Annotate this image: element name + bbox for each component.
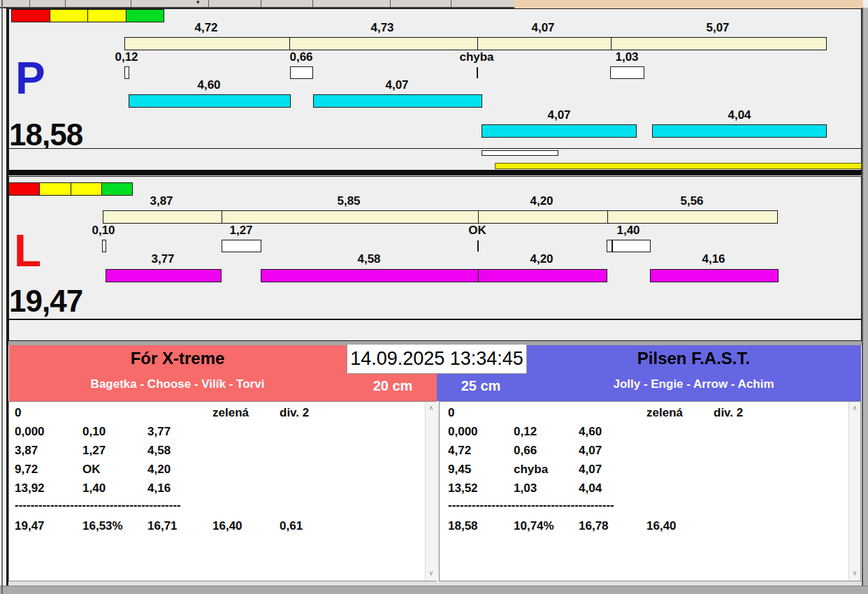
toolbar-divider bbox=[312, 0, 313, 7]
l-reaction-label: 0,10 bbox=[72, 224, 135, 237]
p-reaction-label: 0,66 bbox=[270, 51, 333, 64]
toolbar-divider bbox=[261, 0, 261, 7]
table-cell: 4,20 bbox=[147, 463, 171, 477]
right-table-scrollbar[interactable]: ∧ ∨ bbox=[848, 402, 860, 581]
l-split-label: 5,85 bbox=[307, 195, 391, 208]
scroll-down-icon[interactable]: ∨ bbox=[426, 569, 437, 577]
table-cell: 0 bbox=[448, 406, 454, 420]
p-result-bar bbox=[482, 124, 637, 138]
l-lane-total: 19,47 bbox=[9, 286, 82, 317]
p-result-label: 4,04 bbox=[697, 109, 781, 122]
table-cell: 4,60 bbox=[579, 425, 602, 439]
table-total-cell: 10,74% bbox=[514, 519, 554, 533]
table-cell: 0,12 bbox=[514, 425, 537, 439]
table-cell: 0,10 bbox=[82, 425, 106, 439]
p-reaction-marker bbox=[610, 66, 644, 79]
p-progress-marker bbox=[482, 150, 558, 156]
p-reaction-marker bbox=[290, 66, 313, 79]
team-right-members: Jolly - Engie - Arrow - Achim bbox=[526, 377, 861, 391]
toolbar-divider bbox=[131, 0, 131, 7]
p-reaction-label: chyba bbox=[445, 51, 508, 64]
datetime-value: 14.09.2025 13:34:45 bbox=[350, 348, 523, 369]
team-right-results-area[interactable] bbox=[439, 401, 861, 581]
p-reaction-label: 0,12 bbox=[95, 51, 158, 64]
p-reaction-label: 1,03 bbox=[595, 51, 658, 64]
team-left-target: 20 cm bbox=[358, 378, 428, 393]
table-cell: 9,45 bbox=[448, 463, 471, 477]
toolbar-divider bbox=[65, 0, 66, 7]
table-cell: 4,72 bbox=[448, 444, 471, 458]
signal-yellow bbox=[87, 9, 126, 22]
l-result-bar bbox=[261, 269, 607, 282]
l-lane-letter: L bbox=[14, 229, 41, 273]
p-progress-bar bbox=[495, 163, 862, 169]
scroll-up-icon[interactable]: ∧ bbox=[426, 404, 437, 412]
table-dashed-divider: ----------------------------------------… bbox=[448, 498, 614, 512]
p-signal-lights bbox=[12, 9, 164, 22]
window-left-outer-border bbox=[1, 0, 3, 594]
p-split-bar bbox=[124, 37, 827, 50]
table-dashed-divider: ----------------------------------------… bbox=[15, 498, 181, 512]
l-split-bar bbox=[103, 210, 778, 224]
l-reaction-tick bbox=[477, 240, 479, 252]
dropdown-caret-icon[interactable]: ▾ bbox=[196, 0, 200, 6]
team-right-target: 25 cm bbox=[446, 378, 516, 393]
l-reaction-label: OK bbox=[446, 224, 509, 237]
toolbar-strip[interactable]: ▾ bbox=[0, 0, 514, 8]
table-cell: 9,72 bbox=[15, 463, 38, 477]
table-total-cell: 0,61 bbox=[280, 519, 303, 533]
l-result-label: 4,20 bbox=[500, 253, 584, 266]
table-total-cell: 19,47 bbox=[15, 519, 45, 533]
table-cell: 1,40 bbox=[82, 481, 106, 495]
lane-divider bbox=[6, 171, 868, 175]
table-cell: div. 2 bbox=[280, 406, 309, 420]
table-cell: 4,07 bbox=[579, 463, 602, 477]
window-right-border bbox=[862, 8, 868, 586]
signal-green bbox=[126, 9, 165, 22]
l-result-label: 4,58 bbox=[327, 253, 411, 266]
l-progress-row bbox=[8, 319, 862, 341]
table-cell: OK bbox=[82, 463, 101, 477]
team-left-results-area[interactable] bbox=[8, 401, 437, 581]
table-total-cell: 16,53% bbox=[82, 519, 123, 533]
table-cell: 3,87 bbox=[15, 444, 38, 458]
p-result-bar bbox=[313, 94, 482, 108]
table-cell: 0,000 bbox=[15, 425, 45, 439]
l-result-label: 3,77 bbox=[121, 253, 205, 266]
datetime-box: 14.09.2025 13:34:45 bbox=[347, 344, 527, 374]
scroll-down-icon[interactable]: ∨ bbox=[849, 569, 860, 577]
toolbar-divider bbox=[208, 0, 209, 7]
table-cell: 4,58 bbox=[147, 444, 171, 458]
bottom-bar bbox=[0, 586, 868, 594]
scroll-up-icon[interactable]: ∧ bbox=[849, 404, 860, 412]
p-lane-letter: P bbox=[15, 56, 45, 101]
signal-red bbox=[8, 182, 40, 196]
p-split-label: 4,07 bbox=[501, 22, 585, 34]
l-reaction-marker bbox=[222, 240, 261, 252]
p-split-label: 4,72 bbox=[164, 22, 248, 34]
p-lane-total: 18,58 bbox=[9, 119, 82, 150]
team-left-name: Fór X-treme bbox=[9, 349, 346, 368]
p-result-label: 4,07 bbox=[517, 109, 601, 122]
l-result-bar bbox=[106, 269, 222, 282]
toolbar-divider bbox=[451, 0, 451, 7]
table-cell: 13,92 bbox=[15, 481, 45, 495]
table-cell: div. 2 bbox=[714, 406, 743, 420]
toolbar-divider bbox=[390, 0, 391, 7]
l-split-label: 4,20 bbox=[500, 195, 584, 208]
p-result-label: 4,60 bbox=[167, 79, 251, 92]
signal-yellow bbox=[71, 182, 102, 196]
table-cell: 1,27 bbox=[82, 444, 106, 458]
p-split-label: 5,07 bbox=[676, 22, 760, 34]
l-split-label: 3,87 bbox=[120, 195, 203, 208]
table-cell: 13,52 bbox=[448, 481, 478, 495]
p-split-label: 4,73 bbox=[340, 22, 424, 34]
table-total-cell: 16,40 bbox=[212, 519, 243, 533]
p-reaction-tick bbox=[477, 67, 478, 78]
table-cell: zelená bbox=[646, 406, 683, 420]
table-cell: 4,16 bbox=[147, 481, 171, 495]
l-reaction-marker bbox=[102, 240, 106, 252]
l-result-bar bbox=[650, 269, 779, 282]
table-total-cell: 18,58 bbox=[448, 519, 478, 533]
left-table-scrollbar[interactable]: ∧ ∨ bbox=[425, 402, 437, 581]
